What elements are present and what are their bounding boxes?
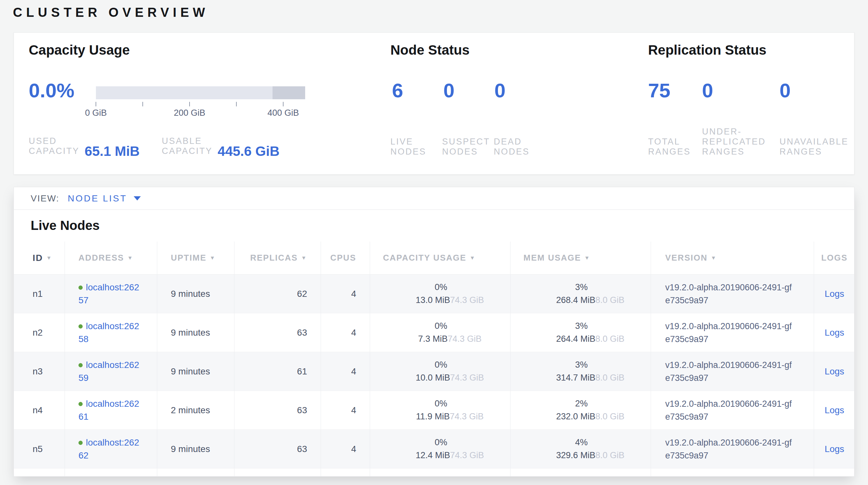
- capacity-bar-nonusable-segment: [273, 86, 305, 99]
- node-version: v19.2.0-alpha.20190606-2491-gfe735c9a97: [651, 391, 814, 429]
- node-live-icon: [79, 402, 83, 406]
- logs-cell: Logs: [814, 352, 855, 391]
- node-address-cell: localhost:26261: [65, 391, 157, 429]
- column-header-address[interactable]: ADDRESS▼: [65, 241, 157, 274]
- column-header-version[interactable]: VERSION▼: [651, 241, 814, 274]
- mem-usage-cell: 3% 314.7 MiB8.0 GiB: [510, 352, 651, 391]
- node-id: n4: [14, 391, 65, 429]
- node-uptime: 9 minutes: [157, 352, 235, 391]
- table-row: n2 localhost:26258 9 minutes 63 4 0% 7.3…: [14, 313, 854, 352]
- usable-capacity-stat: USABLE CAPACITY 445.6 GiB: [162, 136, 279, 156]
- node-replicas: 62: [235, 275, 321, 313]
- axis-tick: [189, 102, 190, 106]
- sort-arrow-icon: ▼: [46, 255, 52, 261]
- node-id: n5: [14, 430, 65, 468]
- column-header-uptime[interactable]: UPTIME▼: [157, 241, 235, 274]
- capacity-usage-cell: 0% 10.0 MiB74.3 GiB: [370, 352, 510, 391]
- live-nodes-count: 6: [392, 81, 403, 101]
- logs-link[interactable]: Logs: [825, 444, 844, 454]
- node-address-cell: localhost:26262: [65, 430, 157, 468]
- node-status-title: Node Status: [391, 42, 571, 58]
- usable-capacity-value: 445.6 GiB: [218, 146, 279, 157]
- column-header-replicas[interactable]: REPLICAS▼: [235, 241, 321, 274]
- node-address-cell: localhost:26259: [65, 352, 157, 391]
- page-title: CLUSTER OVERVIEW: [13, 5, 209, 20]
- capacity-usage-cell: 0% 7.3 MiB74.3 GiB: [370, 313, 510, 352]
- mem-usage-cell: 4% 329.6 MiB8.0 GiB: [510, 430, 651, 468]
- node-address-link[interactable]: localhost:26262: [79, 436, 142, 462]
- column-header-cpus: CPUS: [321, 241, 370, 274]
- chevron-down-icon: [134, 196, 141, 200]
- capacity-bar-track: [96, 86, 305, 99]
- node-live-icon: [79, 324, 83, 329]
- mem-usage-cell: 2% 232.0 MiB8.0 GiB: [510, 391, 651, 429]
- total-ranges-count: 75: [648, 81, 671, 101]
- node-list-card: VIEW: NODE LIST Live Nodes ID▼ ADDRESS▼ …: [13, 187, 855, 477]
- capacity-summary-bar: 0 GiB 200 GiB 400 GiB: [96, 86, 305, 118]
- live-nodes-label: LIVE NODES: [391, 126, 426, 157]
- node-address-link[interactable]: localhost:26258: [79, 320, 142, 346]
- logs-link[interactable]: Logs: [825, 405, 844, 416]
- cluster-summary-card: Capacity Usage 0.0% 0 GiB 200 GiB 400 Gi…: [13, 32, 855, 175]
- table-row: n5 localhost:26262 9 minutes 63 4 0% 12.…: [14, 430, 854, 468]
- node-id: n2: [14, 313, 65, 352]
- node-version: v19.2.0-alpha.20190606-2491-gfe735c9a97: [651, 352, 814, 391]
- sort-arrow-icon: ▼: [469, 255, 476, 261]
- sort-arrow-icon: ▼: [584, 255, 590, 261]
- logs-link[interactable]: Logs: [825, 289, 844, 299]
- logs-cell: Logs: [814, 313, 855, 352]
- sort-arrow-icon: ▼: [210, 255, 216, 261]
- node-address-link[interactable]: localhost:26259: [79, 359, 142, 384]
- node-replicas: 63: [235, 430, 321, 468]
- sort-arrow-icon: ▼: [711, 255, 717, 261]
- under-replicated-ranges-label: UNDER- REPLICATED RANGES: [702, 126, 766, 157]
- capacity-percent-value: 0.0%: [29, 81, 74, 101]
- dead-nodes-count: 0: [494, 81, 505, 101]
- unavailable-ranges-label: UNAVAILABLE RANGES: [779, 126, 848, 157]
- node-cpus: 4: [321, 313, 370, 352]
- logs-cell: Logs: [814, 430, 855, 468]
- suspect-nodes-count: 0: [443, 81, 454, 101]
- replication-status-title: Replication Status: [648, 42, 855, 58]
- node-cpus: 4: [321, 430, 370, 468]
- sort-arrow-icon: ▼: [127, 255, 133, 261]
- usable-capacity-label: USABLE: [162, 136, 213, 146]
- node-replicas: 63: [235, 391, 321, 429]
- node-id: n1: [14, 275, 65, 313]
- column-header-mem-usage[interactable]: MEM USAGE▼: [510, 241, 651, 274]
- table-row: [14, 468, 854, 477]
- node-status-section: Node Status 6 0 0 LIVE NODES SUSPECT NOD…: [391, 42, 571, 58]
- logs-link[interactable]: Logs: [825, 327, 844, 338]
- mem-usage-cell: 3% 264.4 MiB8.0 GiB: [510, 313, 651, 352]
- total-ranges-label: TOTAL RANGES: [648, 126, 691, 157]
- node-cpus: 4: [321, 275, 370, 313]
- column-header-capacity-usage[interactable]: CAPACITY USAGE▼: [370, 241, 510, 274]
- node-version: v19.2.0-alpha.20190606-2491-gfe735c9a97: [651, 275, 814, 313]
- node-cpus: 4: [321, 352, 370, 391]
- dead-nodes-label: DEAD NODES: [494, 126, 530, 157]
- view-selector-bar: VIEW: NODE LIST: [14, 187, 854, 210]
- column-header-id[interactable]: ID▼: [14, 241, 65, 274]
- node-replicas: 63: [235, 313, 321, 352]
- axis-tick: [236, 102, 237, 106]
- capacity-stats: USED CAPACITY 65.1 MiB USABLE CAPACITY 4…: [29, 125, 352, 156]
- used-capacity-value: 65.1 MiB: [85, 146, 140, 157]
- logs-cell: Logs: [814, 391, 855, 429]
- node-address-link[interactable]: localhost:26261: [79, 397, 142, 423]
- replication-status-section: Replication Status 75 0 0 TOTAL RANGES U…: [648, 42, 855, 58]
- node-address-cell: localhost:26257: [65, 275, 157, 313]
- mem-usage-cell: 3% 268.4 MiB8.0 GiB: [510, 275, 651, 313]
- capacity-usage-section: Capacity Usage 0.0% 0 GiB 200 GiB 400 Gi…: [29, 42, 374, 58]
- view-dropdown[interactable]: NODE LIST: [68, 193, 141, 204]
- used-capacity-label: CAPACITY: [29, 146, 80, 156]
- logs-link[interactable]: Logs: [825, 366, 844, 377]
- capacity-axis-labels: 0 GiB 200 GiB 400 GiB: [96, 108, 283, 118]
- usable-capacity-label: CAPACITY: [162, 146, 213, 156]
- capacity-usage-title: Capacity Usage: [29, 42, 374, 58]
- sort-arrow-icon: ▼: [301, 255, 307, 261]
- node-version: v19.2.0-alpha.20190606-2491-gfe735c9a97: [651, 313, 814, 352]
- node-uptime: 9 minutes: [157, 430, 235, 468]
- table-header-row: ID▼ ADDRESS▼ UPTIME▼ REPLICAS▼ CPUS CAPA…: [14, 241, 854, 275]
- node-live-icon: [79, 363, 83, 367]
- node-address-link[interactable]: localhost:26257: [79, 281, 142, 307]
